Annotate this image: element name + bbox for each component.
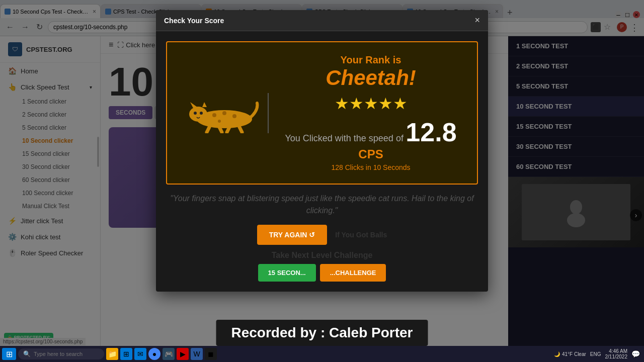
svg-line-14 — [227, 127, 229, 132]
search-icon: 🔍 — [23, 350, 31, 357]
modal-title: Check Your Score — [164, 17, 224, 25]
taskbar: ⊞ 🔍 📁 ⊞ ✉ ● 🎮 ▶ W ◼ 🌙 41°F Clear ENG 4:4… — [0, 346, 644, 362]
notification-icon[interactable]: 💬 — [631, 350, 640, 358]
modal-close-button[interactable]: × — [474, 15, 480, 26]
app1-icon[interactable]: ▶ — [177, 348, 189, 360]
steam-icon[interactable]: 🎮 — [163, 348, 175, 360]
try-again-button[interactable]: TRY AGAIN ↺ — [257, 225, 328, 245]
score-details: Your Rank is Cheetah! ★★★★★ You Clicked … — [269, 54, 465, 171]
svg-marker-5 — [202, 102, 207, 107]
svg-point-8 — [212, 113, 216, 117]
svg-line-12 — [207, 127, 209, 132]
svg-point-9 — [222, 111, 226, 115]
stars-display: ★★★★★ — [277, 94, 465, 113]
file-explorer-icon[interactable]: 📁 — [106, 348, 118, 360]
svg-point-10 — [232, 114, 236, 118]
app3-icon[interactable]: ◼ — [205, 348, 217, 360]
mail-icon[interactable]: ✉ — [134, 348, 146, 360]
svg-point-7 — [200, 112, 203, 115]
challenge-30-button[interactable]: ...CHALLENGE — [320, 264, 386, 282]
taskbar-search[interactable]: 🔍 — [18, 348, 104, 359]
weather-icon: 🌙 — [554, 351, 560, 357]
svg-marker-4 — [190, 102, 197, 108]
taskbar-clock: 4:46 AM 2/11/2022 — [605, 348, 628, 359]
rank-label: Your Rank is — [277, 54, 465, 66]
taskbar-lang: ENG — [590, 351, 601, 357]
rank-name: Cheetah! — [277, 66, 465, 90]
taskbar-weather: 🌙 41°F Clear — [554, 351, 586, 357]
speed-number: 12.8 — [406, 118, 456, 147]
app2-icon[interactable]: W — [191, 348, 203, 360]
action-row: TRY AGAIN ↺ If You Got Balls — [166, 225, 478, 245]
windows-store-icon[interactable]: ⊞ — [120, 348, 132, 360]
taskbar-search-input[interactable] — [34, 351, 99, 357]
cheetah-image — [179, 93, 260, 133]
challenge-15-button[interactable]: 15 SECON... — [258, 264, 316, 282]
weather-text: 41°F Clear — [562, 351, 586, 357]
speed-text: You Clicked with the speed of — [285, 133, 404, 143]
quote-text: "Your fingers snap at blistering speed j… — [166, 193, 478, 217]
taskbar-time: 4:46 AM — [605, 348, 628, 354]
try-again-label: TRY AGAIN ↺ — [269, 231, 315, 239]
svg-point-11 — [218, 120, 221, 123]
next-challenge-title: Take Next Level Challenge — [166, 251, 478, 260]
chrome-icon[interactable]: ● — [148, 348, 160, 360]
challenge-buttons: 15 SECON... ...CHALLENGE — [166, 264, 478, 282]
svg-line-15 — [239, 127, 242, 132]
svg-point-6 — [194, 112, 197, 115]
if-balls-text: If You Got Balls — [335, 231, 387, 239]
cps-label: CPS — [277, 147, 465, 161]
modal-header: Check Your Score × — [156, 10, 488, 31]
score-box: Your Rank is Cheetah! ★★★★★ You Clicked … — [166, 41, 478, 185]
score-content-row: Your Rank is Cheetah! ★★★★★ You Clicked … — [179, 54, 465, 171]
taskbar-icons: 📁 ⊞ ✉ ● 🎮 ▶ W ◼ — [106, 348, 217, 360]
svg-point-3 — [189, 107, 207, 122]
speed-row: You Clicked with the speed of 12.8 — [277, 117, 465, 147]
modal-body: Your Rank is Cheetah! ★★★★★ You Clicked … — [156, 31, 488, 292]
score-modal: Check Your Score × — [156, 10, 488, 292]
watermark: Recorded by : Caleb Porter — [216, 320, 428, 346]
modal-overlay: Check Your Score × — [0, 0, 644, 362]
clicks-info: 128 Clicks in 10 Seconds — [277, 163, 465, 171]
cheetah-panel — [179, 93, 269, 133]
taskbar-right: 🌙 41°F Clear ENG 4:46 AM 2/11/2022 💬 — [554, 348, 642, 359]
svg-line-13 — [219, 127, 222, 132]
start-button[interactable]: ⊞ — [2, 348, 16, 360]
taskbar-date: 2/11/2022 — [605, 354, 628, 359]
